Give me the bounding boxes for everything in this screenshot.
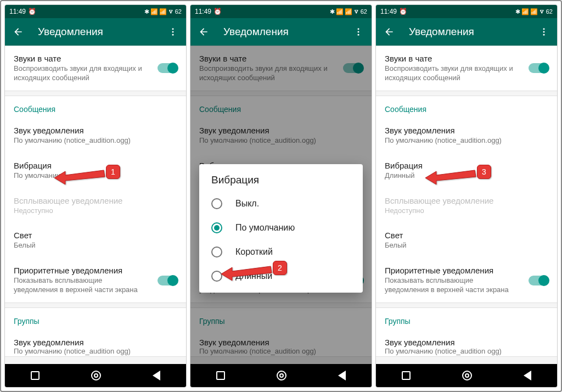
phone-screen-3: 11:49⏰ ✱📶📶⛛62 Уведомления Звуки в чате В… xyxy=(375,4,558,388)
nav-home-button[interactable] xyxy=(277,371,286,380)
overflow-menu-button[interactable] xyxy=(537,25,550,38)
settings-content: Звуки в чате Воспроизводить звуки для вх… xyxy=(190,46,372,364)
popup-subtitle: Недоступно xyxy=(14,206,177,216)
notification-sound-row[interactable]: Звук уведомления По умолчанию (notice_au… xyxy=(5,118,186,153)
back-button[interactable] xyxy=(12,25,25,38)
alarm-icon: ⏰ xyxy=(399,8,407,15)
chat-sounds-toggle[interactable] xyxy=(529,63,548,73)
radio-label: Короткий xyxy=(235,247,273,257)
arrow-icon xyxy=(221,263,276,285)
nav-home-button[interactable] xyxy=(91,371,101,380)
svg-point-9 xyxy=(543,31,545,33)
group-sound-row[interactable]: Звук уведомления xyxy=(376,330,557,347)
radio-icon xyxy=(211,247,222,257)
nav-recent-button[interactable] xyxy=(31,371,40,380)
chat-sounds-row[interactable]: Звуки в чате Воспроизводить звуки для вх… xyxy=(376,46,557,91)
status-icons: ✱📶📶⛛62 xyxy=(330,8,367,15)
svg-point-4 xyxy=(358,28,359,30)
wifi-icon: ⛛ xyxy=(168,8,174,15)
overflow-menu-button[interactable] xyxy=(166,25,179,38)
nav-recent-button[interactable] xyxy=(216,371,225,380)
svg-point-0 xyxy=(172,28,174,30)
svg-point-10 xyxy=(543,34,545,36)
arrow-icon xyxy=(54,167,109,189)
back-button[interactable] xyxy=(197,25,210,38)
signal-icon: 📶 xyxy=(150,8,158,15)
arrow-icon xyxy=(425,167,480,189)
nav-bar xyxy=(376,364,557,387)
light-row[interactable]: Свет Белый xyxy=(5,223,186,258)
app-bar: Уведомления xyxy=(5,18,186,46)
priority-row[interactable]: Приоритетные уведомления Показывать вспл… xyxy=(376,258,557,303)
bluetooth-icon: ✱ xyxy=(144,8,149,15)
chat-sounds-toggle[interactable] xyxy=(158,63,177,73)
group-sound-title: Звук уведомления xyxy=(14,338,177,347)
popup-title: Всплывающее уведомление xyxy=(14,196,177,205)
priority-title: Приоритетные уведомления xyxy=(14,266,177,275)
annotation-3: 3 xyxy=(425,167,491,189)
page-title: Уведомления xyxy=(38,26,166,38)
status-bar: 11:49⏰ ✱📶📶⛛62 xyxy=(5,5,186,18)
status-icons: ✱📶📶⛛62 xyxy=(144,8,182,15)
status-bar: 11:49⏰ ✱📶📶⛛62 xyxy=(376,5,557,18)
section-messages: Сообщения xyxy=(5,96,186,118)
page-title: Уведомления xyxy=(223,26,352,38)
sound-title: Звук уведомления xyxy=(14,126,177,135)
radio-label: По умолчанию xyxy=(235,223,295,233)
priority-subtitle: Показывать всплывающие уведомления в вер… xyxy=(14,276,145,295)
group-sound-row[interactable]: Звук уведомления xyxy=(5,330,186,347)
light-row[interactable]: Свет Белый xyxy=(376,223,557,258)
page-title: Уведомления xyxy=(409,26,537,38)
nav-home-button[interactable] xyxy=(462,371,472,380)
radio-label: Выкл. xyxy=(235,199,259,209)
phone-screen-1: 11:49⏰ ✱📶📶⛛62 Уведомления Звуки в чате В… xyxy=(4,4,187,388)
popup-notification-row: Всплывающее уведомление Недоступно xyxy=(5,188,186,223)
notification-sound-row[interactable]: Звук уведомления По умолчанию (notice_au… xyxy=(376,118,557,153)
status-time: 11:49 xyxy=(380,8,397,15)
nav-back-button[interactable] xyxy=(153,371,160,380)
chat-sounds-row[interactable]: Звуки в чате Воспроизводить звуки для вх… xyxy=(5,46,186,91)
status-time: 11:49 xyxy=(9,8,26,15)
overflow-menu-button[interactable] xyxy=(352,25,365,38)
priority-toggle[interactable] xyxy=(158,276,177,285)
priority-row[interactable]: Приоритетные уведомления Показывать вспл… xyxy=(5,258,186,303)
svg-marker-11 xyxy=(425,170,476,184)
priority-toggle[interactable] xyxy=(529,276,548,285)
dialog-title: Вибрация xyxy=(199,174,363,192)
battery-icon: 62 xyxy=(175,8,182,15)
radio-icon xyxy=(211,198,222,209)
nav-bar xyxy=(5,364,186,387)
chat-sounds-subtitle: Воспроизводить звуки для входящих и исхо… xyxy=(14,64,145,83)
status-bar: 11:49⏰ ✱📶📶⛛62 xyxy=(190,5,372,18)
alarm-icon: ⏰ xyxy=(213,8,222,15)
phone-screen-2: 11:49⏰ ✱📶📶⛛62 Уведомления Звуки в чате В… xyxy=(190,4,372,388)
nav-back-button[interactable] xyxy=(524,371,531,380)
nav-recent-button[interactable] xyxy=(402,371,411,380)
section-groups: Группы xyxy=(5,308,186,330)
radio-option-off[interactable]: Выкл. xyxy=(199,192,363,216)
radio-icon-selected xyxy=(211,222,222,233)
radio-icon xyxy=(211,271,222,282)
alarm-icon: ⏰ xyxy=(28,8,36,15)
annotation-1: 1 xyxy=(54,167,120,189)
svg-point-5 xyxy=(358,31,359,33)
svg-point-8 xyxy=(543,28,545,30)
radio-option-default[interactable]: По умолчанию xyxy=(199,216,363,240)
settings-content: Звуки в чате Воспроизводить звуки для вх… xyxy=(5,46,186,364)
nav-back-button[interactable] xyxy=(338,371,346,380)
app-bar: Уведомления xyxy=(190,18,372,46)
group-sound-subtitle-cut: По умолчанию (notice_audition ogg) xyxy=(5,347,186,356)
svg-marker-7 xyxy=(221,266,272,281)
signal-icon-2: 📶 xyxy=(159,8,167,15)
svg-point-1 xyxy=(172,31,174,33)
status-icons: ✱📶📶⛛62 xyxy=(515,8,553,15)
app-bar: Уведомления xyxy=(376,18,557,46)
settings-content: Звуки в чате Воспроизводить звуки для вх… xyxy=(376,46,557,364)
popup-notification-row: Всплывающее уведомление Недоступно xyxy=(376,188,557,223)
svg-point-2 xyxy=(172,34,174,36)
svg-point-6 xyxy=(358,34,359,36)
back-button[interactable] xyxy=(383,25,396,38)
annotation-2: 2 xyxy=(221,263,287,285)
svg-marker-3 xyxy=(54,170,105,184)
chat-sounds-title: Звуки в чате xyxy=(14,54,177,63)
